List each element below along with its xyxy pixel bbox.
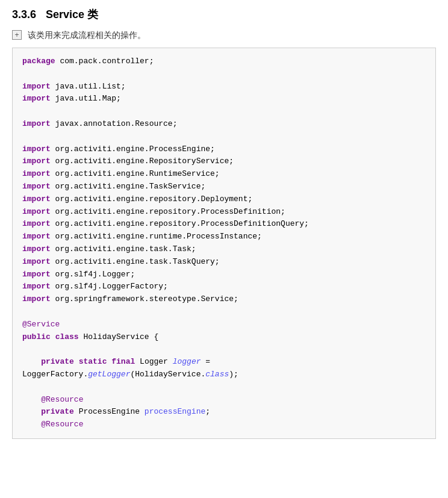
section-header: 3.3.6 Service 类 — [0, 0, 448, 26]
expand-icon[interactable]: + — [12, 30, 22, 40]
description-text: 该类用来完成流程相关的操作。 — [28, 29, 146, 42]
section-number: 3.3.6 — [12, 8, 36, 21]
section-title: Service 类 — [46, 7, 98, 22]
code-container: package com.pack.controller; import java… — [12, 48, 436, 439]
code-block: package com.pack.controller; import java… — [22, 55, 426, 431]
description-row: + 该类用来完成流程相关的操作。 — [0, 26, 448, 48]
